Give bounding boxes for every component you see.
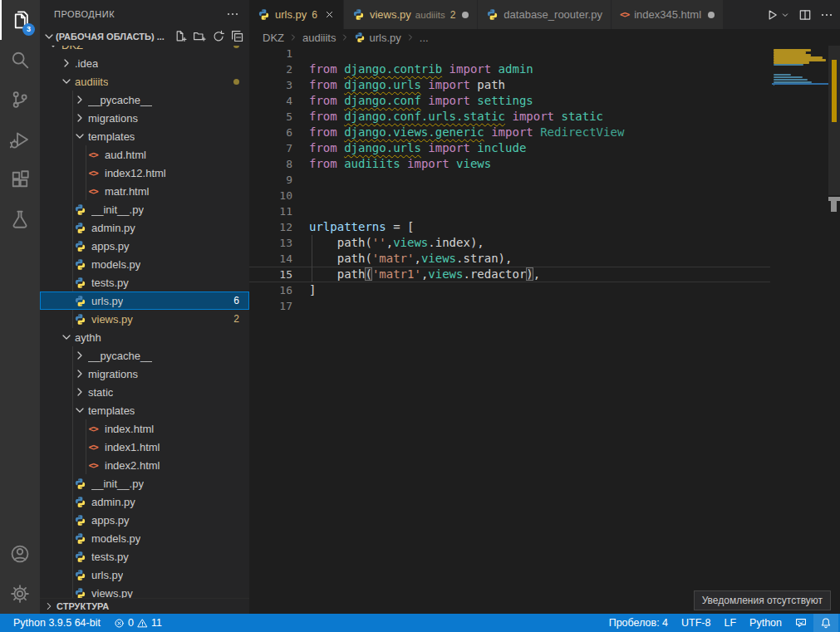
code-line[interactable]: 7from django.urls import include bbox=[249, 140, 770, 156]
code-line[interactable]: 13 path('',views.index), bbox=[249, 235, 770, 251]
minimap-current-line bbox=[772, 83, 828, 85]
activity-account-button[interactable] bbox=[0, 534, 40, 574]
problems-status[interactable]: 011 bbox=[107, 614, 169, 632]
tree-file-tests.py[interactable]: tests.py bbox=[40, 547, 249, 566]
eol-status[interactable]: LF bbox=[717, 614, 743, 632]
tree-file-index2.html[interactable]: <>index2.html bbox=[40, 456, 249, 474]
code-line[interactable]: 5from django.conf.urls.static import sta… bbox=[249, 109, 770, 125]
activity-run-debug-button[interactable] bbox=[0, 120, 40, 159]
code-line[interactable]: 15 path('matr1',views.redactor), bbox=[249, 267, 770, 282]
more-actions-icon[interactable] bbox=[820, 8, 833, 22]
tree-file-admin.py[interactable]: admin.py bbox=[40, 492, 249, 511]
tree-file-urls.py[interactable]: urls.py6 bbox=[40, 292, 249, 310]
indentation-status[interactable]: Пробелов: 4 bbox=[602, 614, 675, 632]
code-line[interactable]: 1 bbox=[249, 46, 770, 61]
tree-folder-DKZ[interactable]: DKZ bbox=[40, 46, 249, 54]
tree-file-__init__.py[interactable]: __init__.py bbox=[40, 200, 249, 218]
code-line[interactable]: 14 path('matr',views.stran), bbox=[249, 251, 770, 267]
new-folder-icon[interactable] bbox=[193, 30, 206, 43]
tree-file-apps.py[interactable]: apps.py bbox=[40, 237, 249, 255]
scrollbar[interactable] bbox=[828, 46, 840, 614]
new-file-icon[interactable] bbox=[174, 30, 187, 43]
editor-actions bbox=[759, 0, 840, 29]
refresh-icon[interactable] bbox=[212, 30, 225, 43]
line-number: 5 bbox=[249, 109, 292, 125]
tree-file-views.py[interactable]: views.py2 bbox=[40, 310, 249, 328]
tree-folder-migrations[interactable]: migrations bbox=[40, 109, 249, 127]
breadcrumb-label: urls.py bbox=[369, 32, 400, 44]
code-line[interactable]: 16] bbox=[249, 282, 770, 298]
run-dropdown-icon[interactable] bbox=[780, 10, 790, 20]
tree-folder-.idea[interactable]: .idea bbox=[40, 54, 249, 72]
activity-source-control-button[interactable] bbox=[0, 80, 40, 120]
breadcrumb-item[interactable]: ... bbox=[420, 32, 429, 44]
tab-database_roouter.py[interactable]: database_roouter.py bbox=[478, 0, 612, 29]
code-line[interactable]: 2from django.contrib import admin bbox=[249, 61, 770, 77]
breadcrumb-item[interactable]: DKZ bbox=[263, 32, 284, 44]
code-line[interactable]: 8from audiiits import views bbox=[249, 156, 770, 172]
tab-views.py[interactable]: views.pyaudiiits2 bbox=[344, 0, 478, 29]
activity-explorer-button[interactable]: 3 bbox=[0, 0, 40, 40]
tree-folder-audiiits[interactable]: audiiits bbox=[40, 72, 249, 91]
tree-folder-static[interactable]: static bbox=[40, 383, 249, 401]
code-line[interactable]: 11 bbox=[249, 203, 770, 219]
code-line[interactable]: 9 bbox=[249, 172, 770, 188]
python-file-icon bbox=[73, 258, 86, 271]
cursor-position-status[interactable] bbox=[589, 614, 602, 632]
tree-folder-__pycache__[interactable]: __pycache__ bbox=[40, 91, 249, 109]
chevron-right-icon bbox=[405, 32, 415, 42]
code-line[interactable]: 3from django.urls import path bbox=[249, 77, 770, 93]
python-file-icon bbox=[73, 478, 86, 490]
tree-file-models.py[interactable]: models.py bbox=[40, 255, 249, 273]
tree-folder-templates[interactable]: templates bbox=[40, 401, 249, 419]
code-editor[interactable]: 12from django.contrib import admin3from … bbox=[249, 46, 840, 614]
feedback-button[interactable] bbox=[788, 614, 813, 632]
tree-item-label: models.py bbox=[91, 532, 140, 545]
close-icon[interactable] bbox=[324, 9, 335, 20]
file-tree: DKZ.ideaaudiiits__pycache__migrationstem… bbox=[40, 46, 249, 598]
split-editor-button[interactable] bbox=[798, 8, 812, 22]
collapse-all-icon[interactable] bbox=[231, 30, 244, 43]
activity-testing-button[interactable] bbox=[0, 199, 40, 239]
language-mode-status[interactable]: Python bbox=[743, 614, 788, 632]
tab-index345.html[interactable]: <>index345.html bbox=[612, 0, 724, 29]
activity-settings-button[interactable] bbox=[0, 574, 40, 614]
run-button[interactable] bbox=[765, 8, 779, 22]
workspace-section-header[interactable]: (РАБОЧАЯ ОБЛАСТЬ) ... bbox=[40, 27, 249, 46]
code-line[interactable]: 17 bbox=[249, 298, 770, 314]
tree-file-tests.py[interactable]: tests.py bbox=[40, 273, 249, 292]
code-line[interactable]: 4from django.conf import settings bbox=[249, 93, 770, 109]
breadcrumb-item[interactable]: audiiits bbox=[302, 32, 336, 44]
breadcrumb-item[interactable]: urls.py bbox=[354, 32, 400, 44]
tree-folder-migrations[interactable]: migrations bbox=[40, 365, 249, 383]
more-actions-icon[interactable] bbox=[226, 7, 239, 21]
minimap[interactable] bbox=[772, 46, 828, 145]
notifications-bell-button[interactable] bbox=[813, 614, 838, 632]
python-file-icon bbox=[73, 222, 86, 234]
tree-file-models.py[interactable]: models.py bbox=[40, 529, 249, 547]
tab-urls.py[interactable]: urls.py6 bbox=[249, 0, 344, 29]
tree-folder-templates[interactable]: templates bbox=[40, 127, 249, 145]
tree-folder-aythh[interactable]: aythh bbox=[40, 328, 249, 346]
activity-search-button[interactable] bbox=[0, 40, 40, 80]
tree-file-index.html[interactable]: <>index.html bbox=[40, 419, 249, 438]
tree-file-admin.py[interactable]: admin.py bbox=[40, 218, 249, 237]
tree-file-apps.py[interactable]: apps.py bbox=[40, 511, 249, 529]
activity-extensions-button[interactable] bbox=[0, 159, 40, 199]
code-line[interactable]: 10 bbox=[249, 188, 770, 203]
tree-file-__init__.py[interactable]: __init__.py bbox=[40, 474, 249, 492]
tree-folder-__pycache__[interactable]: __pycache__ bbox=[40, 346, 249, 365]
tree-file-index1.html[interactable]: <>index1.html bbox=[40, 438, 249, 456]
python-version-status[interactable]: Python 3.9.5 64-bit bbox=[7, 614, 107, 632]
tree-file-matr.html[interactable]: <>matr.html bbox=[40, 182, 249, 200]
outline-section-header[interactable]: СТРУКТУРА bbox=[40, 598, 249, 614]
code-line[interactable]: 12urlpatterns = [ bbox=[249, 219, 770, 235]
code-area[interactable]: 12from django.contrib import admin3from … bbox=[249, 46, 770, 314]
encoding-status[interactable]: UTF-8 bbox=[675, 614, 717, 632]
tree-file-aud.html[interactable]: <>aud.html bbox=[40, 145, 249, 164]
chevron-right-icon bbox=[73, 93, 86, 106]
tree-file-views.py[interactable]: views.py bbox=[40, 584, 249, 598]
tree-file-urls.py[interactable]: urls.py bbox=[40, 566, 249, 584]
code-line[interactable]: 6from django.views.generic import Redire… bbox=[249, 125, 770, 140]
tree-file-index12.html[interactable]: <>index12.html bbox=[40, 164, 249, 182]
